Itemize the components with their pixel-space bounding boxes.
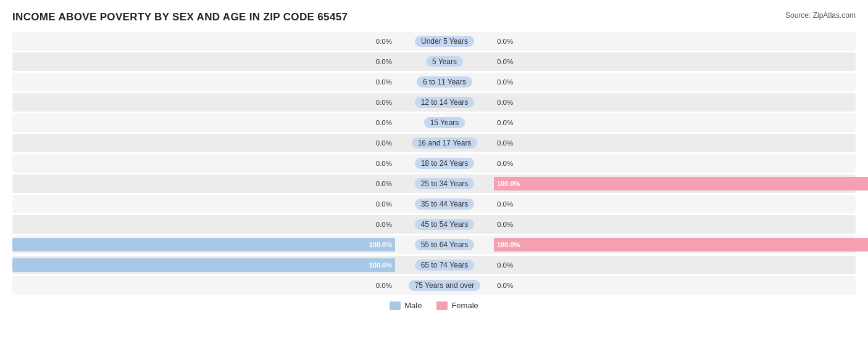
age-label-text: 12 to 14 Years [415, 97, 475, 108]
bar-male: 100.0% [12, 258, 395, 272]
age-label: 16 and 17 Years [395, 137, 494, 149]
age-label: 65 to 74 Years [395, 260, 494, 271]
left-section: 0.0% [12, 134, 395, 152]
age-label-text: 35 to 44 Years [415, 199, 475, 210]
male-value-zero: 0.0% [376, 180, 392, 187]
female-value-zero: 0.0% [497, 282, 513, 289]
chart-source: Source: ZipAtlas.com [785, 11, 856, 20]
age-label: 18 to 24 Years [395, 158, 494, 169]
legend-male: Male [390, 301, 422, 310]
bar-female: 100.0% [494, 177, 868, 190]
legend-female-box [436, 301, 448, 310]
right-section: 0.0% [494, 93, 868, 112]
right-section: 100.0% [494, 235, 868, 254]
male-value-zero: 0.0% [376, 160, 392, 167]
bar-male: 100.0% [12, 238, 395, 252]
bar-row: 100.0%55 to 64 Years100.0% [12, 235, 856, 254]
age-label-text: 15 Years [424, 117, 465, 128]
male-value-zero: 0.0% [376, 119, 392, 126]
age-label-text: 16 and 17 Years [412, 137, 478, 149]
female-value-zero: 0.0% [497, 261, 513, 269]
age-label-text: 5 Years [426, 56, 463, 67]
male-value-zero: 0.0% [376, 200, 392, 208]
female-value-inner: 100.0% [497, 180, 520, 187]
legend-male-label: Male [404, 301, 422, 310]
legend-female-label: Female [451, 301, 478, 310]
age-label: 55 to 64 Years [395, 239, 494, 250]
chart-title: INCOME ABOVE POVERTY BY SEX AND AGE IN Z… [12, 11, 348, 23]
female-value-zero: 0.0% [497, 78, 513, 86]
male-value-zero: 0.0% [376, 58, 392, 65]
right-section: 0.0% [494, 154, 868, 173]
age-label: 12 to 14 Years [395, 97, 494, 108]
bar-row: 100.0%65 to 74 Years0.0% [12, 256, 856, 274]
chart-header: INCOME ABOVE POVERTY BY SEX AND AGE IN Z… [12, 11, 856, 23]
male-value-inner: 100.0% [369, 241, 392, 248]
bar-row: 0.0%75 Years and over0.0% [12, 276, 856, 295]
age-label-text: Under 5 Years [415, 36, 474, 47]
right-section: 0.0% [494, 32, 868, 51]
bar-row: 0.0%5 Years0.0% [12, 52, 856, 71]
age-label-text: 75 Years and over [409, 280, 481, 291]
female-value-inner: 100.0% [497, 241, 520, 248]
right-section: 100.0% [494, 174, 868, 193]
legend-male-box [390, 301, 401, 310]
bar-row: 0.0%18 to 24 Years0.0% [12, 154, 856, 173]
male-value-zero: 0.0% [376, 221, 392, 228]
female-value-zero: 0.0% [497, 200, 513, 208]
left-section: 100.0% [12, 235, 395, 254]
age-label-text: 18 to 24 Years [415, 158, 475, 169]
age-label-text: 45 to 54 Years [415, 219, 475, 230]
age-label: 75 Years and over [395, 280, 494, 291]
age-label-text: 6 to 11 Years [417, 76, 472, 88]
bar-row: 0.0%Under 5 Years0.0% [12, 32, 856, 51]
left-section: 0.0% [12, 154, 395, 173]
male-value-zero: 0.0% [376, 139, 392, 147]
left-section: 0.0% [12, 52, 395, 71]
male-value-zero: 0.0% [376, 99, 392, 106]
legend-female: Female [436, 301, 478, 310]
female-value-zero: 0.0% [497, 221, 513, 228]
left-section: 0.0% [12, 93, 395, 112]
male-value-inner: 100.0% [369, 261, 392, 269]
left-section: 0.0% [12, 113, 395, 132]
age-label-text: 65 to 74 Years [415, 260, 475, 271]
right-section: 0.0% [494, 256, 868, 274]
legend: Male Female [12, 301, 856, 310]
chart-area: 0.0%Under 5 Years0.0%0.0%5 Years0.0%0.0%… [12, 32, 856, 295]
bar-row: 0.0%35 to 44 Years0.0% [12, 195, 856, 213]
female-value-zero: 0.0% [497, 99, 513, 106]
bar-row: 0.0%6 to 11 Years0.0% [12, 73, 856, 91]
right-section: 0.0% [494, 52, 868, 71]
age-label-text: 25 to 34 Years [415, 178, 475, 189]
female-value-zero: 0.0% [497, 119, 513, 126]
age-label: 35 to 44 Years [395, 199, 494, 210]
female-value-zero: 0.0% [497, 38, 513, 45]
right-section: 0.0% [494, 215, 868, 234]
age-label: 45 to 54 Years [395, 219, 494, 230]
right-section: 0.0% [494, 134, 868, 152]
age-label: Under 5 Years [395, 36, 494, 47]
chart-container: INCOME ABOVE POVERTY BY SEX AND AGE IN Z… [0, 0, 868, 322]
female-value-zero: 0.0% [497, 58, 513, 65]
right-section: 0.0% [494, 276, 868, 295]
bar-row: 0.0%25 to 34 Years100.0% [12, 174, 856, 193]
male-value-zero: 0.0% [376, 38, 392, 45]
left-section: 0.0% [12, 73, 395, 91]
bar-row: 0.0%45 to 54 Years0.0% [12, 215, 856, 234]
bar-row: 0.0%12 to 14 Years0.0% [12, 93, 856, 112]
right-section: 0.0% [494, 195, 868, 213]
left-section: 100.0% [12, 256, 395, 274]
age-label: 25 to 34 Years [395, 178, 494, 189]
left-section: 0.0% [12, 195, 395, 213]
age-label-text: 55 to 64 Years [415, 239, 475, 250]
age-label: 5 Years [395, 56, 494, 67]
right-section: 0.0% [494, 113, 868, 132]
left-section: 0.0% [12, 174, 395, 193]
bar-female: 100.0% [494, 238, 868, 252]
left-section: 0.0% [12, 215, 395, 234]
age-label: 15 Years [395, 117, 494, 128]
female-value-zero: 0.0% [497, 139, 513, 147]
bar-row: 0.0%16 and 17 Years0.0% [12, 134, 856, 152]
female-value-zero: 0.0% [497, 160, 513, 167]
